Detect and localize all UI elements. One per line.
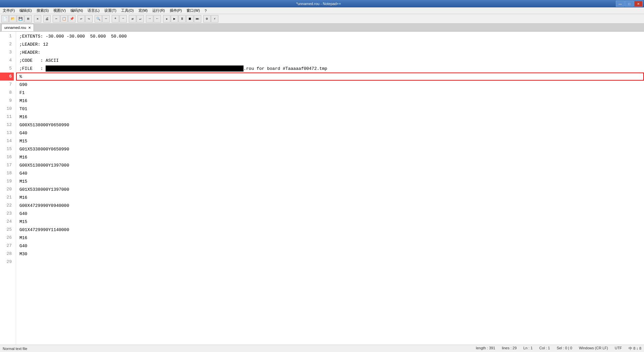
menu-item-v[interactable]: 视图(V) bbox=[51, 8, 68, 13]
outdent-button[interactable]: ← bbox=[154, 15, 161, 23]
run2-button[interactable]: ⏸ bbox=[178, 15, 186, 23]
col-status: Col : 1 bbox=[539, 346, 550, 351]
length-status: length : 391 bbox=[476, 346, 495, 351]
code-line-20: G01X5338000Y1397000 bbox=[16, 185, 644, 193]
code-line-19: M15 bbox=[16, 177, 644, 185]
code-line-3: ;HEADER: bbox=[16, 48, 644, 56]
redo-button[interactable]: ↪ bbox=[85, 15, 93, 23]
code-line-6: % bbox=[16, 73, 644, 81]
bookmark-button[interactable]: ★ bbox=[163, 15, 170, 23]
encoding-status: Windows (CR LF) bbox=[579, 346, 608, 351]
line-number-13: 13 bbox=[0, 129, 14, 137]
line-number-16: 16 bbox=[0, 153, 14, 161]
code-line-23: G40 bbox=[16, 210, 644, 218]
line-number-29: 29 bbox=[0, 258, 14, 266]
code-line-9: M16 bbox=[16, 97, 644, 105]
extra-status: 中 8 ↕ 8 bbox=[629, 346, 641, 351]
tab-close-icon[interactable]: ✕ bbox=[28, 26, 31, 30]
file-type-status: Normal text file bbox=[3, 347, 27, 351]
undo-button[interactable]: ↩ bbox=[77, 15, 85, 23]
status-info: length : 391 lines : 29 Ln : 1 Col : 1 S… bbox=[476, 346, 641, 351]
run-button[interactable]: ▶ bbox=[171, 15, 178, 23]
run4-button[interactable]: ⏭ bbox=[194, 15, 201, 23]
menu-item-f[interactable]: 文件(F) bbox=[1, 8, 17, 13]
active-tab[interactable]: unnamed.rou ✕ bbox=[1, 24, 34, 31]
window-title: *unnamed.rou - Notepad++ bbox=[21, 2, 616, 6]
line-number-3: 3 bbox=[0, 48, 14, 56]
menu-item-s[interactable]: 搜索(S) bbox=[35, 8, 51, 13]
zoom-in-button[interactable]: + bbox=[112, 15, 119, 23]
code-line-11: M16 bbox=[16, 113, 644, 121]
new-button[interactable]: 📄 bbox=[1, 15, 9, 23]
line-number-6: 6 bbox=[0, 73, 14, 81]
line-number-10: 10 bbox=[0, 105, 14, 113]
menu-item-r[interactable]: 运行(R) bbox=[150, 8, 167, 13]
code-line-26: M16 bbox=[16, 234, 644, 242]
menu-item-l[interactable]: 语言(L) bbox=[86, 8, 101, 13]
menu-item-n[interactable]: 编码(N) bbox=[68, 8, 85, 13]
close-button[interactable]: ✕ bbox=[34, 15, 41, 23]
code-line-18: G40 bbox=[16, 169, 644, 177]
copy-button[interactable]: 📋 bbox=[60, 15, 68, 23]
line-number-25: 25 bbox=[0, 226, 14, 234]
menu-item-[interactable]: ? bbox=[203, 8, 209, 13]
selected-text bbox=[46, 65, 244, 72]
code-line-16: M16 bbox=[16, 153, 644, 161]
menu-item-m[interactable]: 宏(M) bbox=[137, 8, 150, 13]
line-number-2: 2 bbox=[0, 40, 14, 48]
indent-button[interactable]: → bbox=[146, 15, 153, 23]
line-number-8: 8 bbox=[0, 89, 14, 97]
macro2-button[interactable]: ⚡ bbox=[211, 15, 218, 23]
code-line-4: ;CODE : ASCII bbox=[16, 56, 644, 64]
code-line-14: M15 bbox=[16, 137, 644, 145]
code-content[interactable]: ;EXTENTS: -30.000 -30.000 50.000 50.000;… bbox=[16, 32, 644, 345]
window-controls: — □ ✕ bbox=[616, 1, 643, 7]
code-line-29 bbox=[16, 258, 644, 266]
line-number-1: 1 bbox=[0, 32, 14, 40]
menu-item-o[interactable]: 工具(O) bbox=[119, 8, 136, 13]
print-button[interactable]: 🖨 bbox=[43, 15, 51, 23]
maximize-button[interactable]: □ bbox=[625, 1, 634, 7]
menu-item-w[interactable]: 窗口(W) bbox=[184, 8, 202, 13]
code-line-7: G90 bbox=[16, 81, 644, 89]
line-number-22: 22 bbox=[0, 202, 14, 210]
code-line-8: F1 bbox=[16, 89, 644, 97]
save-all-button[interactable]: ⊞ bbox=[24, 15, 32, 23]
toolbar: 📄 📂 💾 ⊞ ✕ 🖨 ✂ 📋 📌 ↩ ↪ 🔍 ↔ + − ⇄ ↵ → ← ★ … bbox=[0, 14, 644, 24]
macro-button[interactable]: ⚙ bbox=[203, 15, 211, 23]
editor: 1234567891011121314151617181920212223242… bbox=[0, 32, 644, 345]
sync-button[interactable]: ⇄ bbox=[129, 15, 136, 23]
line-number-14: 14 bbox=[0, 137, 14, 145]
run3-button[interactable]: ⏹ bbox=[186, 15, 194, 23]
line-number-20: 20 bbox=[0, 185, 14, 193]
find-button[interactable]: 🔍 bbox=[95, 15, 102, 23]
line-number-21: 21 bbox=[0, 193, 14, 202]
tab-bar: unnamed.rou ✕ bbox=[0, 24, 644, 32]
menu-item-p[interactable]: 插件(P) bbox=[168, 8, 184, 13]
line-number-15: 15 bbox=[0, 145, 14, 153]
line-number-24: 24 bbox=[0, 218, 14, 226]
minimize-button[interactable]: — bbox=[616, 1, 625, 7]
line-number-17: 17 bbox=[0, 161, 14, 169]
close-button[interactable]: ✕ bbox=[634, 1, 643, 7]
cut-button[interactable]: ✂ bbox=[53, 15, 60, 23]
line-number-7: 7 bbox=[0, 81, 14, 89]
line-number-5: 5 bbox=[0, 64, 14, 73]
code-line-28: M30 bbox=[16, 250, 644, 258]
save-button[interactable]: 💾 bbox=[17, 15, 24, 23]
open-button[interactable]: 📂 bbox=[9, 15, 16, 23]
sel-status: Sel : 0 | 0 bbox=[557, 346, 572, 351]
replace-button[interactable]: ↔ bbox=[102, 15, 110, 23]
wordwrap-button[interactable]: ↵ bbox=[137, 15, 144, 23]
code-line-27: G40 bbox=[16, 242, 644, 250]
zoom-out-button[interactable]: − bbox=[119, 15, 127, 23]
paste-button[interactable]: 📌 bbox=[68, 15, 75, 23]
code-line-2: ;LEADER: 12 bbox=[16, 40, 644, 48]
line-number-11: 11 bbox=[0, 113, 14, 121]
menu-item-e[interactable]: 编辑(E) bbox=[17, 8, 34, 13]
line-number-4: 4 bbox=[0, 56, 14, 64]
line-number-27: 27 bbox=[0, 242, 14, 250]
code-line-15: G01X5338000Y0650990 bbox=[16, 145, 644, 153]
menu-bar: 文件(F)编辑(E)搜索(S)视图(V)编码(N)语言(L)设置(T)工具(O)… bbox=[0, 7, 644, 14]
menu-item-t[interactable]: 设置(T) bbox=[102, 8, 118, 13]
